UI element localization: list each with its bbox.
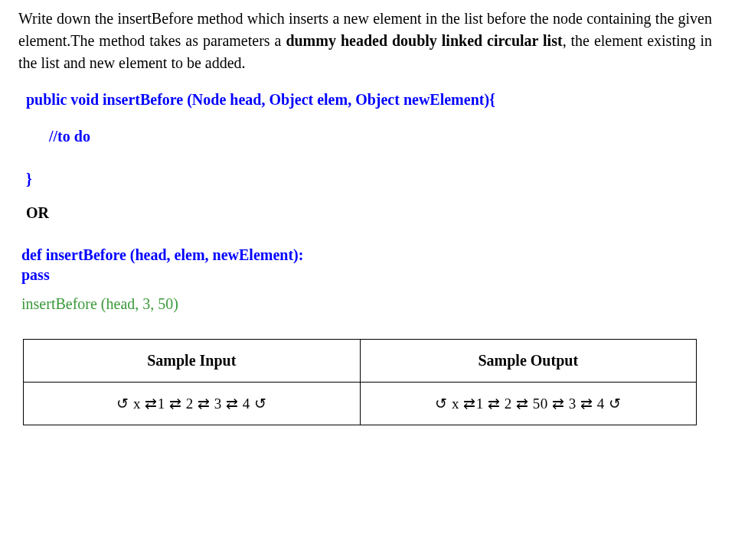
table-header-row: Sample Input Sample Output: [24, 340, 697, 383]
header-sample-output: Sample Output: [360, 340, 697, 383]
call-example: insertBefore (head, 3, 50): [21, 295, 712, 313]
java-signature: public void insertBefore (Node head, Obj…: [26, 86, 712, 112]
java-closing-brace: }: [26, 166, 712, 192]
sample-input-cell: ↺ x ⇄1 ⇄ 2 ⇄ 3 ⇄ 4 ↺: [24, 383, 361, 425]
java-code-block: public void insertBefore (Node head, Obj…: [18, 86, 712, 192]
problem-bold-phrase: dummy headed doubly linked circular list: [286, 32, 562, 49]
sample-output-cell: ↺ x ⇄1 ⇄ 2 ⇄ 50 ⇄ 3 ⇄ 4 ↺: [360, 383, 697, 425]
table-row: ↺ x ⇄1 ⇄ 2 ⇄ 3 ⇄ 4 ↺ ↺ x ⇄1 ⇄ 2 ⇄ 50 ⇄ 3…: [24, 383, 697, 425]
python-body: pass: [21, 265, 712, 285]
java-todo-comment: //to do: [49, 123, 712, 149]
header-sample-input: Sample Input: [24, 340, 361, 383]
sample-table: Sample Input Sample Output ↺ x ⇄1 ⇄ 2 ⇄ …: [23, 339, 697, 425]
or-separator: OR: [26, 204, 712, 222]
python-signature: def insertBefore (head, elem, newElement…: [21, 245, 712, 265]
python-code-block: def insertBefore (head, elem, newElement…: [21, 245, 712, 285]
problem-statement: Write down the insertBefore method which…: [18, 8, 712, 74]
